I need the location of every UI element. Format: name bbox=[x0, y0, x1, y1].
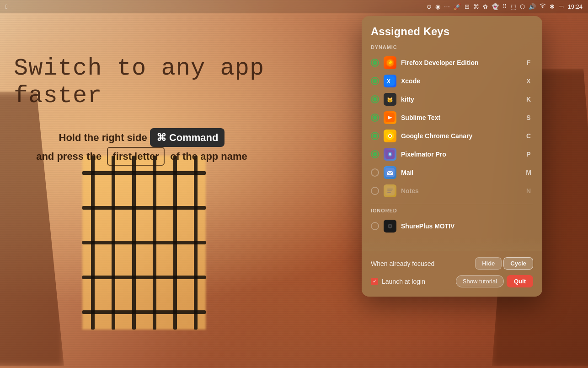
hero-subtitle: Hold the right side ⌘ Command and press … bbox=[14, 128, 270, 166]
app-name-shureplus: ShurePlus MOTIV bbox=[401, 222, 519, 230]
svg-point-8 bbox=[389, 135, 391, 137]
menubar-icon-9: ⠿ bbox=[502, 3, 507, 10]
action-buttons: Show tutorial Quit bbox=[456, 275, 533, 287]
icon-sublime bbox=[384, 111, 396, 124]
app-name-xcode: Xcode bbox=[401, 77, 519, 85]
app-name-mail: Mail bbox=[401, 169, 519, 176]
icon-mail bbox=[384, 166, 396, 179]
wifi-icon bbox=[540, 3, 546, 10]
first-letter-badge: first letter bbox=[107, 147, 164, 166]
app-key-chrome-canary: C bbox=[524, 132, 533, 140]
menubar-icon-2: ◉ bbox=[435, 3, 440, 10]
menubar-icon-1: ⊙ bbox=[427, 3, 432, 10]
launch-row: ✓ Launch at login Show tutorial Quit bbox=[371, 275, 533, 287]
svg-rect-12 bbox=[387, 171, 393, 175]
app-key-xcode: X bbox=[524, 77, 533, 85]
app-name-firefox: Firefox Developer Edition bbox=[401, 59, 519, 66]
ignored-section-label: IGNORED bbox=[362, 208, 542, 217]
app-item-firefox[interactable]: Firefox Developer Edition F bbox=[362, 54, 542, 72]
icon-shureplus bbox=[384, 220, 396, 233]
launch-checkbox-icon: ✓ bbox=[371, 278, 378, 285]
menubar-icon-3: ⋯ bbox=[444, 3, 450, 10]
icon-notes bbox=[384, 184, 396, 197]
svg-rect-15 bbox=[387, 190, 392, 191]
svg-rect-16 bbox=[387, 192, 391, 193]
app-name-pixelmator: Pixelmator Pro bbox=[401, 151, 519, 158]
assigned-keys-panel: Assigned Keys DYNAMIC Firefox Developer … bbox=[362, 16, 542, 297]
dynamic-section-label: DYNAMIC bbox=[362, 44, 542, 54]
toggle-mail[interactable] bbox=[371, 168, 379, 177]
app-key-mail: M bbox=[524, 169, 533, 176]
menubar-icon-8: 👻 bbox=[492, 3, 499, 10]
menubar-icon-6: ⌘ bbox=[473, 3, 479, 10]
svg-text:🐱: 🐱 bbox=[387, 97, 393, 103]
section-divider bbox=[371, 204, 533, 204]
battery-icon: ▭ bbox=[558, 3, 564, 10]
dynamic-app-list: Firefox Developer Edition F X Xcode X 🐱 … bbox=[362, 54, 542, 200]
hide-button[interactable]: Hide bbox=[475, 257, 502, 270]
window-grate bbox=[82, 156, 206, 330]
app-item-mail[interactable]: Mail M bbox=[362, 163, 542, 182]
app-name-sublime: Sublime Text bbox=[401, 114, 519, 121]
menubar:  ⊙ ◉ ⋯ 🚀 ⊞ ⌘ ✿ 👻 ⠿ ⬚ ⬡ 🔊 ✱ ▭ 19:24 bbox=[0, 0, 588, 13]
bluetooth-icon: ✱ bbox=[550, 3, 555, 10]
app-item-xcode[interactable]: X Xcode X bbox=[362, 72, 542, 90]
menubar-icon-11: ⬡ bbox=[520, 3, 525, 10]
focused-btn-group: Hide Cycle bbox=[475, 257, 533, 270]
show-tutorial-button[interactable]: Show tutorial bbox=[456, 275, 504, 287]
app-item-chrome-canary[interactable]: Google Chrome Canary C bbox=[362, 127, 542, 145]
ignored-app-list: ShurePlus MOTIV bbox=[362, 217, 542, 235]
panel-title: Assigned Keys bbox=[362, 25, 542, 44]
menubar-time: 19:24 bbox=[567, 3, 583, 10]
launch-at-login-check[interactable]: ✓ Launch at login bbox=[371, 278, 425, 285]
app-key-pixelmator: P bbox=[524, 151, 533, 158]
app-item-kitty[interactable]: 🐱 kitty K bbox=[362, 90, 542, 108]
toggle-sublime[interactable] bbox=[371, 114, 379, 122]
hero-title: Switch to any app faster bbox=[14, 55, 270, 110]
icon-chrome-canary bbox=[384, 130, 396, 142]
svg-rect-14 bbox=[387, 189, 393, 189]
toggle-xcode[interactable] bbox=[371, 77, 379, 85]
scroll-fade bbox=[362, 237, 542, 251]
menubar-icon-5: ⊞ bbox=[465, 3, 470, 10]
menubar-icon-10: ⬚ bbox=[511, 3, 516, 10]
svg-point-19 bbox=[389, 225, 391, 227]
menubar-icon-4: 🚀 bbox=[454, 3, 461, 10]
app-item-shureplus[interactable]: ShurePlus MOTIV bbox=[362, 217, 542, 235]
focused-label: When already focused bbox=[371, 260, 434, 267]
toggle-kitty[interactable] bbox=[371, 95, 379, 103]
menubar-right: ⊙ ◉ ⋯ 🚀 ⊞ ⌘ ✿ 👻 ⠿ ⬚ ⬡ 🔊 ✱ ▭ 19:24 bbox=[427, 3, 583, 10]
cycle-button[interactable]: Cycle bbox=[503, 257, 533, 270]
app-key-sublime: S bbox=[524, 114, 533, 121]
menubar-icon-12: 🔊 bbox=[529, 3, 536, 10]
subtitle-part2: and press the bbox=[36, 151, 102, 162]
icon-kitty: 🐱 bbox=[384, 93, 396, 106]
toggle-pixelmator[interactable] bbox=[371, 150, 379, 158]
toggle-notes[interactable] bbox=[371, 187, 379, 195]
subtitle-part3: of the app name bbox=[170, 151, 247, 162]
menubar-left:  bbox=[5, 3, 8, 10]
toggle-chrome-canary[interactable] bbox=[371, 132, 379, 140]
quit-button[interactable]: Quit bbox=[507, 275, 533, 287]
app-item-sublime[interactable]: Sublime Text S bbox=[362, 108, 542, 127]
menubar-icon-7: ✿ bbox=[483, 3, 488, 10]
toggle-shureplus[interactable] bbox=[371, 222, 379, 230]
app-key-firefox: F bbox=[524, 59, 533, 66]
command-badge: ⌘ Command bbox=[150, 128, 225, 147]
icon-firefox bbox=[384, 56, 396, 69]
app-item-notes[interactable]: Notes N bbox=[362, 182, 542, 200]
app-item-pixelmator[interactable]: Pixelmator Pro P bbox=[362, 145, 542, 163]
panel-footer: When already focused Hide Cycle ✓ Launch… bbox=[362, 251, 542, 287]
toggle-firefox[interactable] bbox=[371, 59, 379, 67]
icon-pixelmator bbox=[384, 148, 396, 161]
app-name-notes: Notes bbox=[401, 187, 519, 195]
svg-text:X: X bbox=[387, 78, 390, 85]
apple-menu-icon[interactable]:  bbox=[5, 3, 8, 10]
app-name-kitty: kitty bbox=[401, 96, 519, 103]
launch-label: Launch at login bbox=[382, 278, 425, 285]
subtitle-part1: Hold the right side bbox=[59, 132, 147, 143]
app-name-chrome-canary: Google Chrome Canary bbox=[401, 132, 519, 140]
app-key-kitty: K bbox=[524, 96, 533, 103]
icon-xcode: X bbox=[384, 75, 396, 87]
hero-section: Switch to any app faster Hold the right … bbox=[14, 55, 270, 166]
